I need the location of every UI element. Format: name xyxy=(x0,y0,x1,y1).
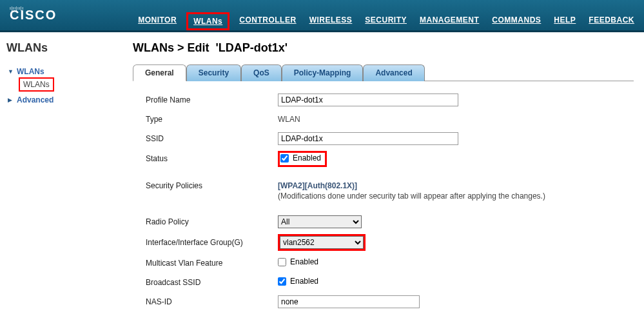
tab-security[interactable]: Security xyxy=(186,64,241,81)
tab-qos[interactable]: QoS xyxy=(241,64,282,81)
profile-name-input[interactable] xyxy=(278,94,458,106)
broadcast-label: Broadcast SSID xyxy=(146,278,278,287)
security-policies-value: [WPA2][Auth(802.1X)] xyxy=(278,181,357,190)
chevron-down-icon: ▼ xyxy=(8,68,14,75)
nav-help[interactable]: HELP xyxy=(554,15,576,27)
ssid-input[interactable] xyxy=(278,132,458,145)
multicast-enabled-text: Enabled xyxy=(290,257,318,266)
main-content: WLANs > Edit 'LDAP-dot1x' General Securi… xyxy=(122,32,644,323)
radio-policy-select[interactable]: All xyxy=(278,215,362,228)
sidebar-item-label: WLANs xyxy=(17,67,44,76)
sidebar: WLANs ▼ WLANs WLANs ▶ Advanced xyxy=(0,32,122,323)
logo-text: CISCO xyxy=(10,8,57,23)
form-area: Profile Name Type WLAN SSID Status xyxy=(133,93,634,309)
nav-controller[interactable]: CONTROLLER xyxy=(239,15,296,27)
nav-commands[interactable]: COMMANDS xyxy=(492,15,541,27)
interface-group-select[interactable]: vlan2562 xyxy=(280,236,364,249)
nasid-label: NAS-ID xyxy=(146,297,278,306)
sidebar-tree: ▼ WLANs WLANs ▶ Advanced xyxy=(6,65,116,106)
cisco-logo: ı|ıı|ıı|ı CISCO xyxy=(10,6,57,23)
tab-policy-mapping[interactable]: Policy-Mapping xyxy=(282,64,364,81)
sidebar-item-wlans[interactable]: ▼ WLANs xyxy=(6,65,116,78)
header: ı|ıı|ıı|ı CISCO MONITOR WLANs CONTROLLER… xyxy=(0,0,644,32)
sidebar-subitem-wlans[interactable]: WLANs xyxy=(21,79,52,90)
nav-feedback[interactable]: FEEDBACK xyxy=(589,15,634,27)
nav-wireless[interactable]: WIRELESS xyxy=(309,15,353,27)
status-checkbox-label: Enabled xyxy=(280,153,321,162)
chevron-right-icon: ▶ xyxy=(8,97,14,103)
nasid-input[interactable] xyxy=(278,295,420,308)
type-label: Type xyxy=(146,115,278,124)
type-value: WLAN xyxy=(278,115,300,124)
profile-name-label: Profile Name xyxy=(146,95,278,104)
tab-list: General Security QoS Policy-Mapping Adva… xyxy=(133,64,634,81)
container: WLANs ▼ WLANs WLANs ▶ Advanced WLANs > E… xyxy=(0,32,644,323)
multicast-checkbox-label: Enabled xyxy=(278,257,318,266)
security-policies-note: (Modifications done under security tab w… xyxy=(278,192,634,201)
status-highlight: Enabled xyxy=(278,151,327,167)
nav-wlans[interactable]: WLANs xyxy=(190,15,226,27)
tab-general[interactable]: General xyxy=(133,64,186,81)
sidebar-item-advanced[interactable]: ▶ Advanced xyxy=(6,94,116,106)
sidebar-item-label: Advanced xyxy=(17,95,54,104)
top-navigation: MONITOR WLANs CONTROLLER WIRELESS SECURI… xyxy=(138,15,634,27)
page-title: WLANs > Edit 'LDAP-dot1x' xyxy=(133,41,634,55)
interface-highlight: vlan2562 xyxy=(278,234,366,251)
broadcast-checkbox-label: Enabled xyxy=(278,277,318,286)
tab-advanced[interactable]: Advanced xyxy=(363,64,424,81)
sidebar-title: WLANs xyxy=(6,41,116,55)
multicast-checkbox[interactable] xyxy=(278,258,286,266)
broadcast-checkbox[interactable] xyxy=(278,277,286,286)
interface-group-label: Interface/Interface Group(G) xyxy=(146,238,278,247)
ssid-label: SSID xyxy=(146,134,278,143)
nav-management[interactable]: MANAGEMENT xyxy=(420,15,479,27)
security-policies-label: Security Policies xyxy=(146,181,278,190)
status-label: Status xyxy=(146,154,278,163)
radio-policy-label: Radio Policy xyxy=(146,217,278,226)
nav-monitor[interactable]: MONITOR xyxy=(138,15,177,27)
sidebar-subitem-label: WLANs xyxy=(23,80,50,89)
multicast-label: Multicast Vlan Feature xyxy=(146,259,278,268)
status-enabled-text: Enabled xyxy=(293,153,321,162)
broadcast-enabled-text: Enabled xyxy=(290,277,318,286)
nav-security[interactable]: SECURITY xyxy=(365,15,407,27)
status-checkbox[interactable] xyxy=(280,154,289,162)
